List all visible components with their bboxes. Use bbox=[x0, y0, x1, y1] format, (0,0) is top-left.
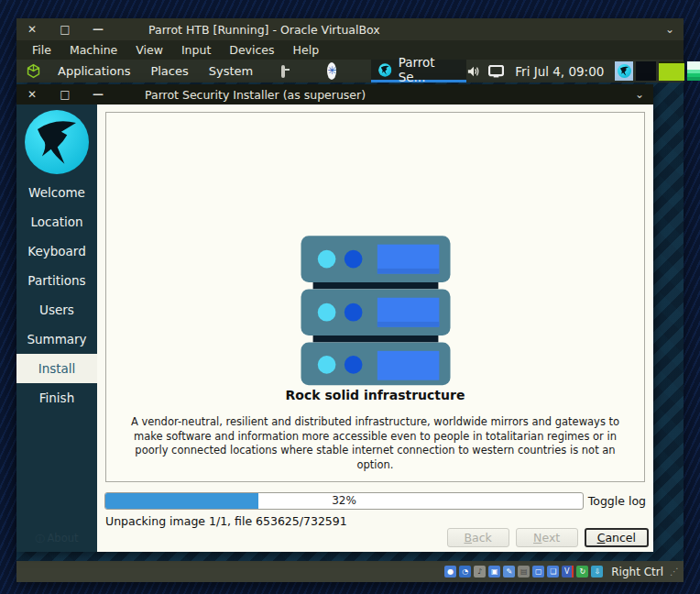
sidebar-step-keyboard: Keyboard bbox=[16, 236, 97, 266]
slideshow-panel: Rock solid infrastructure A vendor-neutr… bbox=[105, 112, 645, 482]
parrot-tray-icon[interactable] bbox=[615, 61, 633, 81]
minimize-icon[interactable]: — bbox=[92, 88, 104, 101]
minimize-icon[interactable]: — bbox=[92, 23, 104, 36]
vm-desktop: ✕ □ — Parrot Security Installer (as supe… bbox=[16, 82, 684, 561]
vbox-statusbar: ●◔♪▣✎▤▢❏V↻⇩ Right Ctrl ⋰ bbox=[16, 561, 684, 582]
taskbar-item-parrot-installer[interactable]: Parrot Se... bbox=[371, 60, 466, 82]
cpu-graph-icon[interactable] bbox=[659, 61, 684, 81]
installer-window: ✕ □ — Parrot Security Installer (as supe… bbox=[16, 84, 653, 552]
resize-grip[interactable]: ⋰ bbox=[670, 566, 678, 577]
installer-sidebar: Welcome Location Keyboard Partitions Use… bbox=[16, 104, 97, 552]
applications-menu-icon[interactable] bbox=[26, 63, 41, 79]
close-icon[interactable]: ✕ bbox=[26, 88, 38, 101]
menu-file[interactable]: File bbox=[24, 42, 60, 58]
taskbar-item-label: Parrot Se... bbox=[399, 55, 456, 84]
vbox-titlebar: ✕ □ — Parrot HTB [Running] - Oracle Virt… bbox=[16, 18, 684, 40]
cancel-button[interactable]: Cancel bbox=[585, 528, 649, 547]
menu-machine[interactable]: Machine bbox=[61, 42, 126, 58]
installer-app-icon[interactable]: ✳ bbox=[327, 62, 336, 80]
parrot-logo bbox=[25, 110, 89, 174]
network-icon[interactable]: ▣ bbox=[488, 566, 500, 578]
panel-menu-places[interactable]: Places bbox=[140, 64, 198, 78]
audio-icon[interactable]: ♪ bbox=[474, 566, 486, 578]
system-tray bbox=[615, 61, 700, 81]
features-icon[interactable]: V bbox=[562, 566, 574, 578]
about-button[interactable]: ⓘAbout bbox=[16, 532, 97, 545]
server-rack-illustration bbox=[294, 230, 457, 386]
menu-input[interactable]: Input bbox=[173, 42, 219, 58]
progress-percent-label: 32% bbox=[105, 493, 583, 509]
parrot-top-panel: Applications Places System ✳ Parrot Se..… bbox=[16, 60, 684, 82]
volume-icon[interactable] bbox=[466, 65, 481, 78]
shared-folders-icon[interactable]: ▤ bbox=[518, 566, 530, 578]
host-key-label: Right Ctrl bbox=[611, 566, 663, 578]
menu-view[interactable]: View bbox=[127, 42, 171, 58]
installer-window-title: Parrot Security Installer (as superuser) bbox=[145, 88, 366, 102]
slide-body-text: A vendor-neutral, resilient and distribu… bbox=[116, 415, 635, 472]
panel-menu-applications[interactable]: Applications bbox=[48, 64, 140, 78]
install-status-text: Unpacking image 1/1, file 653625/732591 bbox=[105, 514, 347, 528]
vbox-menubar: File Machine View Input Devices Help bbox=[16, 40, 684, 60]
menu-devices[interactable]: Devices bbox=[221, 42, 282, 58]
memory-graph-icon[interactable] bbox=[687, 61, 700, 81]
sidebar-step-location: Location bbox=[16, 207, 97, 236]
about-label: About bbox=[47, 532, 78, 544]
display-tray-icon[interactable] bbox=[488, 65, 504, 78]
dialog-buttons: Back Next Cancel bbox=[447, 528, 649, 547]
sidebar-step-partitions: Partitions bbox=[16, 266, 97, 295]
hdd-icon[interactable]: ● bbox=[444, 566, 456, 578]
sidebar-step-finish: Finish bbox=[16, 383, 97, 412]
sidebar-step-welcome: Welcome bbox=[16, 178, 97, 207]
tray-blank-monitor[interactable] bbox=[636, 61, 656, 81]
virtualbox-window: ✕ □ — Parrot HTB [Running] - Oracle Virt… bbox=[16, 18, 684, 582]
vbox-window-title: Parrot HTB [Running] - Oracle VirtualBox bbox=[148, 23, 380, 37]
optical-icon[interactable]: ◔ bbox=[459, 566, 471, 578]
menu-help[interactable]: Help bbox=[285, 42, 328, 58]
installer-titlebar: ✕ □ — Parrot Security Installer (as supe… bbox=[16, 84, 653, 104]
toggle-log-button[interactable]: Toggle log bbox=[588, 494, 646, 508]
install-progress-bar: 32% bbox=[104, 492, 584, 510]
sidebar-step-install: Install bbox=[16, 354, 97, 383]
panel-menu-system[interactable]: System bbox=[199, 64, 263, 78]
vbox-status-icons: ●◔♪▣✎▤▢❏V↻⇩ bbox=[444, 566, 603, 578]
kbd-icon[interactable]: ⇩ bbox=[591, 566, 603, 578]
parrot-logo-icon bbox=[378, 62, 391, 78]
slide-title: Rock solid infrastructure bbox=[286, 388, 465, 402]
usb-icon[interactable]: ✎ bbox=[503, 566, 515, 578]
clock[interactable]: Fri Jul 4, 09:00 bbox=[511, 64, 607, 79]
sidebar-step-users: Users bbox=[16, 295, 97, 324]
mouse-icon[interactable]: ↻ bbox=[576, 566, 588, 578]
host-desktop-background: ✕ □ — Parrot HTB [Running] - Oracle Virt… bbox=[0, 0, 700, 594]
chevron-down-icon[interactable]: ⌄ bbox=[665, 23, 674, 36]
maximize-icon[interactable]: □ bbox=[59, 88, 71, 101]
installer-main: Rock solid infrastructure A vendor-neutr… bbox=[97, 104, 653, 552]
display-icon[interactable]: ▢ bbox=[532, 566, 544, 578]
back-button[interactable]: Back bbox=[447, 528, 509, 547]
terminal-icon[interactable] bbox=[281, 65, 285, 78]
maximize-icon[interactable]: □ bbox=[59, 23, 71, 36]
windows-icon[interactable]: ❏ bbox=[547, 566, 559, 578]
chevron-down-icon[interactable]: ⌄ bbox=[635, 88, 644, 101]
close-icon[interactable]: ✕ bbox=[26, 23, 38, 36]
info-icon: ⓘ bbox=[35, 534, 44, 544]
next-button[interactable]: Next bbox=[516, 528, 578, 547]
sidebar-step-summary: Summary bbox=[16, 324, 97, 354]
